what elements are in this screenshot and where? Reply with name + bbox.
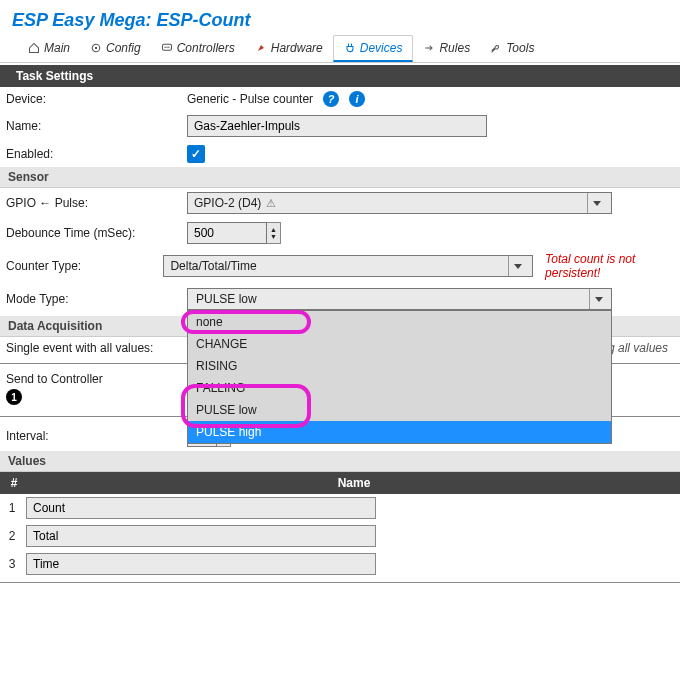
device-value: Generic - Pulse counter	[187, 92, 313, 106]
mode-option-pulse-high[interactable]: PULSE high	[188, 421, 611, 443]
mode-option-falling[interactable]: FALLING	[188, 377, 611, 399]
mode-option-rising[interactable]: RISING	[188, 355, 611, 377]
wrench-icon	[490, 42, 502, 54]
value-row: 2	[0, 522, 680, 550]
counter-type-select[interactable]: Delta/Total/Time	[163, 255, 533, 277]
name-input[interactable]	[187, 115, 487, 137]
gpio-select[interactable]: GPIO-2 (D4) ⚠	[187, 192, 612, 214]
tab-controllers[interactable]: Controllers	[151, 36, 245, 62]
section-sensor: Sensor	[0, 167, 680, 188]
single-event-label: Single event with all values:	[6, 341, 181, 355]
row-enabled: Enabled: ✓	[0, 141, 680, 167]
row-debounce: Debounce Time (mSec): ▲▼	[0, 218, 680, 248]
section-values: Values	[0, 451, 680, 472]
device-label: Device:	[6, 92, 181, 106]
value-row: 1	[0, 494, 680, 522]
arrow-right-icon	[423, 42, 435, 54]
value-row: 3	[0, 550, 680, 578]
warning-icon: ⚠	[263, 197, 276, 209]
gear-icon	[90, 42, 102, 54]
value-index: 2	[4, 529, 20, 543]
enabled-checkbox[interactable]: ✓	[187, 145, 205, 163]
controller-number-badge: 1	[6, 389, 22, 405]
help-icon[interactable]: ?	[323, 91, 339, 107]
chat-icon	[161, 42, 173, 54]
page-title: ESP Easy Mega: ESP-Count	[0, 0, 680, 35]
svg-point-5	[168, 47, 169, 48]
svg-point-3	[164, 47, 165, 48]
mode-type-label: Mode Type:	[6, 288, 181, 306]
debounce-stepper[interactable]: ▲▼	[267, 222, 281, 244]
mode-option-change[interactable]: CHANGE	[188, 333, 611, 355]
tab-rules[interactable]: Rules	[413, 36, 480, 62]
values-table-header: # Name	[0, 472, 680, 494]
row-name: Name:	[0, 111, 680, 141]
value-name-input[interactable]	[26, 525, 376, 547]
row-mode-type: Mode Type: PULSE low none CHANGE RISING …	[0, 284, 680, 314]
chevron-down-icon	[587, 193, 605, 213]
tab-hardware[interactable]: Hardware	[245, 36, 333, 62]
values-col-name: Name	[28, 472, 680, 494]
debounce-input[interactable]	[187, 222, 267, 244]
mode-option-pulse-low[interactable]: PULSE low	[188, 399, 611, 421]
chevron-down-icon	[508, 256, 526, 276]
gpio-label: GPIO ← Pulse:	[6, 196, 181, 210]
value-name-input[interactable]	[26, 497, 376, 519]
info-icon[interactable]: i	[349, 91, 365, 107]
mode-type-select[interactable]: PULSE low	[187, 288, 612, 310]
interval-label: Interval:	[6, 429, 181, 443]
value-index: 1	[4, 501, 20, 515]
value-index: 3	[4, 557, 20, 571]
svg-point-4	[166, 47, 167, 48]
debounce-label: Debounce Time (mSec):	[6, 226, 181, 240]
tab-main[interactable]: Main	[18, 36, 80, 62]
home-icon	[28, 42, 40, 54]
section-task-settings: Task Settings	[0, 65, 680, 87]
counter-type-label: Counter Type:	[6, 259, 157, 273]
mode-option-none[interactable]: none	[188, 311, 611, 333]
row-device: Device: Generic - Pulse counter ? i	[0, 87, 680, 111]
send-to-controller-label: Send to Controller	[6, 372, 181, 386]
row-gpio: GPIO ← Pulse: GPIO-2 (D4) ⚠	[0, 188, 680, 218]
row-counter-type: Counter Type: Delta/Total/Time Total cou…	[0, 248, 680, 284]
tab-config[interactable]: Config	[80, 36, 151, 62]
tab-tools[interactable]: Tools	[480, 36, 544, 62]
plug-icon	[344, 42, 356, 54]
counter-type-warning: Total count is not persistent!	[545, 252, 674, 280]
enabled-label: Enabled:	[6, 147, 181, 161]
tabs-bar: Main Config Controllers Hardware Devices…	[0, 35, 680, 63]
name-label: Name:	[6, 119, 181, 133]
value-name-input[interactable]	[26, 553, 376, 575]
tab-devices[interactable]: Devices	[333, 35, 414, 62]
svg-point-1	[95, 47, 97, 49]
chevron-down-icon	[589, 289, 607, 309]
pin-icon	[255, 42, 267, 54]
values-col-num: #	[0, 472, 28, 494]
mode-type-options: none CHANGE RISING FALLING PULSE low PUL…	[187, 310, 612, 444]
